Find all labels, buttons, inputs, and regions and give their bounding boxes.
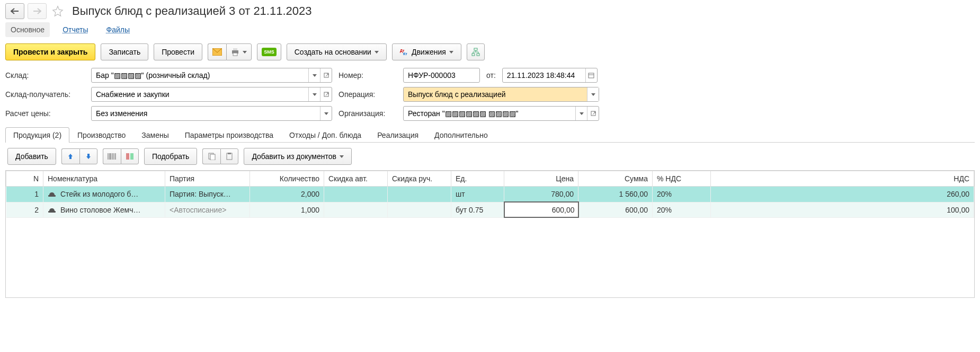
label-operation: Операция: [338, 87, 397, 102]
cell-vat-pct[interactable]: 20% [653, 202, 711, 217]
svg-rect-16 [210, 154, 215, 160]
move-up-button[interactable] [61, 148, 79, 164]
post-close-button[interactable]: Провести и закрыть [5, 43, 95, 60]
open-ref-icon[interactable] [320, 87, 332, 101]
number-input[interactable] [404, 71, 479, 80]
col-n: N [6, 171, 43, 187]
inner-nav: Основное Отчеты Файлы [5, 21, 975, 41]
col-unit: Ед. [451, 171, 504, 187]
date-input[interactable] [503, 71, 585, 80]
cell-disc-auto[interactable] [324, 202, 388, 217]
warehouse-recv-input[interactable] [92, 90, 308, 99]
number-field[interactable] [403, 68, 480, 83]
dtkt-icon: Дт Кт [400, 48, 408, 56]
cell-sum[interactable]: 1 560,00 [578, 187, 653, 203]
table-row[interactable]: 1 Стейк из молодого б… Партия: Выпуск… 2… [6, 187, 974, 203]
add-from-docs-label: Добавить из документов [252, 152, 336, 161]
dropdown-icon[interactable] [308, 87, 320, 101]
warehouse-input[interactable] [92, 71, 308, 80]
cell-price-editing[interactable]: 600,00 [504, 202, 578, 217]
chevron-down-icon [375, 51, 379, 54]
label-warehouse: Склад: [5, 68, 85, 83]
svg-rect-8 [477, 54, 479, 56]
create-based-button[interactable]: Создать на основании [287, 43, 387, 60]
operation-input[interactable] [404, 90, 587, 99]
cell-vat[interactable]: 260,00 [711, 187, 974, 203]
svg-rect-10 [589, 73, 594, 78]
svg-text:Кт: Кт [403, 52, 407, 56]
col-sum: Сумма [578, 171, 653, 187]
dropdown-icon[interactable] [308, 68, 320, 82]
tab-subs[interactable]: Замены [133, 127, 176, 143]
col-price: Цена [504, 171, 578, 187]
nav-files[interactable]: Файлы [101, 22, 135, 37]
organization-input[interactable] [404, 109, 575, 118]
cell-unit[interactable]: шт [451, 187, 504, 203]
pick-button[interactable]: Подобрать [144, 148, 198, 165]
warehouse-recv-field[interactable] [91, 87, 332, 102]
dish-icon [48, 207, 56, 214]
tab-sales[interactable]: Реализация [369, 127, 426, 143]
print-button[interactable] [226, 43, 252, 60]
copy-rows-button[interactable] [202, 148, 220, 164]
barcode-button[interactable] [103, 148, 121, 164]
tab-waste[interactable]: Отходы / Доп. блюда [281, 127, 369, 143]
products-table: N Номенклатура Партия Количество Скидка … [5, 170, 975, 298]
organization-field[interactable] [403, 106, 599, 121]
dropdown-icon[interactable] [587, 87, 599, 101]
nav-reports[interactable]: Отчеты [57, 22, 93, 37]
post-button[interactable]: Провести [154, 43, 202, 60]
calendar-icon[interactable] [585, 68, 597, 82]
dropdown-icon[interactable] [575, 107, 587, 120]
scan-button[interactable] [121, 148, 139, 164]
tab-production[interactable]: Производство [69, 127, 133, 143]
cell-unit[interactable]: бут 0.75 [451, 202, 504, 217]
structure-button[interactable] [467, 43, 485, 60]
tab-more[interactable]: Дополнительно [426, 127, 496, 143]
price-calc-input[interactable] [92, 109, 320, 118]
create-based-label: Создать на основании [295, 48, 371, 56]
chevron-down-icon [340, 155, 344, 158]
dish-icon [48, 191, 56, 198]
cell-vat[interactable]: 100,00 [711, 202, 974, 217]
col-batch: Партия [165, 171, 250, 187]
add-row-button[interactable]: Добавить [7, 148, 56, 165]
cell-price[interactable]: 780,00 [504, 187, 578, 203]
nav-back-button[interactable] [5, 3, 24, 19]
tab-products[interactable]: Продукция (2) [5, 127, 69, 143]
cell-qty[interactable]: 2,000 [250, 187, 324, 203]
cell-batch[interactable]: Партия: Выпуск… [165, 187, 250, 203]
scan-icon [126, 153, 134, 160]
date-field[interactable] [502, 68, 598, 83]
nav-fwd-button[interactable] [28, 3, 47, 19]
operation-field[interactable] [403, 87, 599, 102]
favorite-star-icon[interactable] [50, 3, 66, 19]
paste-rows-button[interactable] [220, 148, 238, 164]
cell-batch[interactable]: <Автосписание> [165, 202, 250, 217]
movements-button[interactable]: Дт Кт Движения [392, 43, 461, 60]
email-button[interactable] [208, 43, 226, 60]
price-calc-field[interactable] [91, 106, 332, 121]
cell-disc-man[interactable] [388, 187, 451, 203]
cell-sum[interactable]: 600,00 [578, 202, 653, 217]
cell-nomen[interactable]: Вино столовое Жемч… [43, 202, 165, 217]
move-down-button[interactable] [79, 148, 97, 164]
cell-disc-auto[interactable] [324, 187, 388, 203]
save-button[interactable]: Записать [101, 43, 148, 60]
open-ref-icon[interactable] [320, 68, 332, 82]
cell-vat-pct[interactable]: 20% [653, 187, 711, 203]
dropdown-icon[interactable] [320, 107, 332, 120]
table-row[interactable]: 2 Вино столовое Жемч… <Автосписание> 1,0… [6, 202, 974, 217]
cell-nomen[interactable]: Стейк из молодого б… [43, 187, 165, 203]
envelope-icon [212, 48, 222, 56]
add-from-docs-button[interactable]: Добавить из документов [244, 148, 352, 165]
tab-params[interactable]: Параметры производства [177, 127, 281, 143]
cell-disc-man[interactable] [388, 202, 451, 217]
col-disc-auto: Скидка авт. [324, 171, 388, 187]
warehouse-field[interactable] [91, 68, 332, 83]
sms-button[interactable]: SMS [257, 43, 281, 60]
nav-main[interactable]: Основное [5, 22, 50, 37]
table-header-row: N Номенклатура Партия Количество Скидка … [6, 171, 974, 187]
open-ref-icon[interactable] [587, 107, 599, 120]
cell-qty[interactable]: 1,000 [250, 202, 324, 217]
